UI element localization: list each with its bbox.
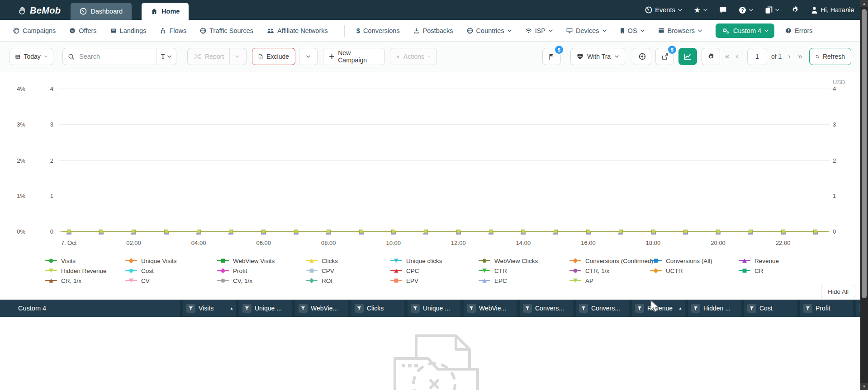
table-header-column-clicks[interactable]: Clicks	[351, 300, 404, 317]
nav-item-traffic-sources[interactable]: Traffic Sources	[200, 27, 253, 34]
vertical-scrollbar[interactable]: ▲ ▼	[860, 0, 868, 390]
legend-item-cr-1-x[interactable]: CR, 1/x	[45, 277, 125, 285]
filter-button[interactable]	[747, 304, 756, 313]
refresh-button[interactable]: Refresh	[809, 48, 851, 65]
filter-button[interactable]	[355, 304, 364, 313]
nav-item-campaigns[interactable]: Campaigns	[13, 27, 56, 34]
filter-button[interactable]	[803, 304, 812, 313]
exclude-dropdown-toggle[interactable]	[299, 48, 318, 65]
chart-data-marker[interactable]	[489, 230, 493, 234]
report-dropdown-toggle[interactable]	[229, 48, 245, 65]
legend-item-clicks[interactable]: Clicks	[306, 257, 390, 265]
tab-home[interactable]: Home	[142, 3, 189, 20]
filter-button[interactable]	[299, 304, 308, 313]
legend-item-epc[interactable]: EPC	[479, 277, 569, 285]
nav-item-offers[interactable]: $Offers	[69, 27, 96, 34]
chart-data-marker[interactable]	[229, 230, 233, 234]
legend-item-revenue[interactable]: Revenue	[739, 257, 814, 265]
table-header-column-unique-[interactable]: Unique ...	[408, 300, 460, 317]
table-header-column-cost[interactable]: Cost	[744, 300, 797, 317]
chart-data-marker[interactable]	[164, 230, 168, 234]
legend-item-cpv[interactable]: CPV	[306, 267, 390, 275]
nav-item-devices[interactable]: Devices	[566, 27, 607, 34]
tab-dashboard[interactable]: Dashboard	[71, 3, 132, 20]
legend-item-cv[interactable]: CV	[125, 277, 217, 285]
legend-item-roi[interactable]: ROI	[306, 277, 390, 285]
legend-item-webview-clicks[interactable]: WebView Clicks	[479, 257, 569, 265]
hide-all-button[interactable]: Hide All	[821, 285, 855, 298]
chart-data-marker[interactable]	[619, 230, 623, 234]
report-button[interactable]: Report	[205, 53, 224, 60]
filter-button[interactable]	[523, 304, 532, 313]
next-page-button[interactable]: ›	[788, 48, 791, 65]
nav-item-browsers[interactable]: Browsers	[658, 27, 702, 34]
favorites-menu[interactable]: ★	[694, 6, 707, 14]
account-menu[interactable]: Hi, Наталія	[811, 6, 854, 14]
table-header-column-webvie-[interactable]: WebVie...	[295, 300, 348, 317]
legend-item-cost[interactable]: Cost	[125, 267, 217, 275]
table-header-column-unique-[interactable]: Unique ...	[239, 300, 292, 317]
legend-item-webview-visits[interactable]: WebView Visits	[217, 257, 306, 265]
table-header-column-convers-[interactable]: Convers...	[576, 300, 629, 317]
legend-item-unique-clicks[interactable]: Unique clicks	[390, 257, 479, 265]
chart-view-button[interactable]	[678, 48, 697, 65]
new-campaign-button[interactable]: New Campaign	[323, 48, 385, 65]
chart-data-marker[interactable]	[99, 230, 103, 234]
chart-data-marker[interactable]	[294, 230, 298, 234]
nav-item-flows[interactable]: Flows	[160, 27, 186, 34]
page-number-input[interactable]	[747, 48, 767, 65]
date-range-button[interactable]: Today	[9, 48, 53, 65]
settings-button[interactable]	[791, 6, 799, 14]
table-settings-button[interactable]	[702, 48, 720, 65]
actions-button[interactable]: Actions	[390, 48, 437, 65]
nav-item-affiliate-networks[interactable]: Affiliate Networks	[267, 27, 328, 34]
events-menu[interactable]: Events	[645, 6, 682, 14]
visibility-button[interactable]	[633, 48, 651, 65]
legend-item-uctr[interactable]: UCTR	[650, 267, 739, 275]
cost-flag-button[interactable]: $	[542, 48, 561, 65]
scroll-down-arrow[interactable]: ▼	[860, 383, 868, 390]
filter-button[interactable]	[635, 304, 644, 313]
nav-item-postbacks[interactable]: Postbacks	[413, 27, 453, 34]
legend-item-ap[interactable]: AP	[569, 277, 650, 285]
filter-button[interactable]	[411, 304, 420, 313]
last-page-button[interactable]: »	[798, 48, 802, 65]
legend-item-cr[interactable]: CR	[739, 267, 814, 275]
search-type-selector[interactable]: T	[156, 48, 176, 65]
table-header-group-column[interactable]: Custom 4	[0, 300, 180, 317]
nav-item-conversions[interactable]: $Conversions	[356, 27, 400, 34]
legend-item-conversions-all-[interactable]: Conversions (All)	[650, 257, 739, 265]
chart-data-marker[interactable]	[424, 230, 428, 234]
chart-data-marker[interactable]	[554, 230, 558, 234]
nav-item-os[interactable]: OS	[620, 27, 645, 34]
filter-button[interactable]	[467, 304, 476, 313]
legend-item-unique-visits[interactable]: Unique Visits	[125, 257, 217, 265]
nav-item-isp[interactable]: ISP	[525, 27, 553, 34]
legend-item-cv-1-x[interactable]: CV, 1/x	[217, 277, 306, 285]
chart-data-marker[interactable]	[359, 230, 363, 234]
table-header-column-revenue[interactable]: Revenue▲	[632, 300, 685, 317]
legend-item-ctr[interactable]: CTR	[479, 267, 569, 275]
nav-item-errors[interactable]: Errors	[785, 27, 812, 34]
chart-data-marker[interactable]	[683, 230, 688, 234]
scroll-up-arrow[interactable]: ▲	[860, 0, 868, 7]
exclude-button[interactable]: Exclude	[252, 48, 295, 65]
traffic-filter-dropdown[interactable]: With Tra...	[570, 48, 625, 65]
legend-item-profit[interactable]: Profit	[217, 267, 306, 275]
table-header-column-webvie-[interactable]: WebVie...	[464, 300, 517, 317]
chart-data-marker[interactable]	[813, 230, 817, 234]
prev-page-button[interactable]: ‹	[736, 48, 739, 65]
search-input[interactable]	[75, 53, 156, 60]
nav-item-landings[interactable]: Landings	[110, 27, 147, 34]
nav-item-custom-4[interactable]: Custom 4	[716, 23, 774, 38]
nav-item-countries[interactable]: Countries	[467, 27, 512, 34]
legend-item-conversions-confirmed-[interactable]: Conversions (Confirmed)	[569, 257, 650, 265]
help-menu[interactable]: ?	[739, 6, 753, 14]
filter-button[interactable]	[691, 304, 700, 313]
docs-menu[interactable]	[765, 6, 779, 14]
first-page-button[interactable]: «	[725, 48, 729, 65]
table-header-column-convers-[interactable]: Convers...	[520, 300, 573, 317]
chat-button[interactable]	[719, 6, 727, 14]
table-header-column-hidden-[interactable]: Hidden ...	[688, 300, 741, 317]
legend-item-visits[interactable]: Visits	[45, 257, 125, 265]
